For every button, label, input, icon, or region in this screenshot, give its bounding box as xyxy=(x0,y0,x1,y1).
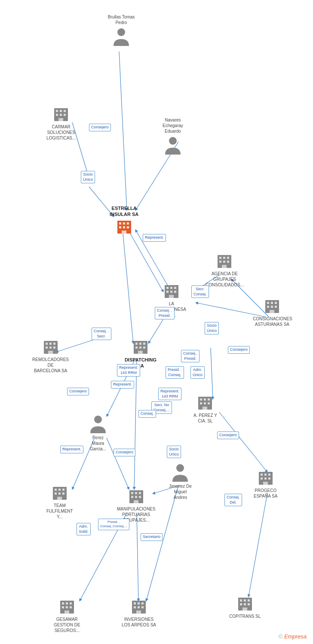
svg-rect-36 xyxy=(127,222,129,225)
building-icon xyxy=(197,395,213,411)
carmar-label: CARMARSOLUCIONESLOGISTICAS... xyxy=(46,124,76,141)
badge-consejero-2[interactable]: Consejero xyxy=(228,346,250,354)
svg-rect-48 xyxy=(222,265,227,268)
badge-consejero-4[interactable]: Consejero xyxy=(114,449,135,456)
badge-represent-143-1[interactable]: Represent.143 RRM xyxy=(117,364,140,377)
svg-line-21 xyxy=(249,493,267,597)
svg-rect-69 xyxy=(46,346,48,349)
svg-rect-83 xyxy=(204,398,206,401)
svg-rect-78 xyxy=(139,346,141,349)
svg-line-17 xyxy=(107,438,129,489)
svg-rect-32 xyxy=(58,118,63,121)
svg-rect-43 xyxy=(223,257,225,259)
svg-line-5 xyxy=(123,230,133,343)
node-agencia: AGENCIA DEGRUPAJESCONSOLIDADOS... xyxy=(206,253,244,288)
svg-rect-110 xyxy=(62,489,64,491)
node-navares: NavaresEchegarayEduardo xyxy=(163,116,183,155)
badge-presid-consej-consej[interactable]: Presid. .Consej..Consej.... xyxy=(98,519,129,530)
svg-rect-37 xyxy=(119,226,121,228)
svg-rect-103 xyxy=(261,477,263,480)
svg-rect-76 xyxy=(143,343,145,345)
badge-secr-consej[interactable]: Secr.Consej. xyxy=(191,286,209,298)
svg-rect-113 xyxy=(62,492,64,495)
node-remolcadores: REMOLCADORESDEBARCELONA SA xyxy=(32,339,69,374)
badge-consej-3[interactable]: Consej. xyxy=(138,410,156,418)
building-icon xyxy=(132,339,149,355)
svg-rect-98 xyxy=(134,500,138,503)
badge-consej-secr[interactable]: Consej. .Secr. xyxy=(92,328,111,340)
badge-consej-del[interactable]: Consej.Del. xyxy=(224,494,242,506)
svg-rect-35 xyxy=(123,222,125,225)
svg-rect-64 xyxy=(169,295,174,298)
svg-rect-124 xyxy=(134,602,136,605)
node-brullas: Brullas Tomas Pedro xyxy=(102,13,141,46)
navares-label: NavaresEchegarayEduardo xyxy=(163,117,183,134)
svg-rect-133 xyxy=(244,599,246,601)
svg-rect-120 xyxy=(66,606,68,608)
aperez-label: A. PEREZ YCIA. SL xyxy=(193,413,217,424)
person-icon xyxy=(164,136,181,155)
svg-point-23 xyxy=(117,28,125,36)
svg-rect-102 xyxy=(268,474,270,476)
svg-rect-122 xyxy=(64,611,69,614)
svg-rect-66 xyxy=(46,343,48,345)
svg-rect-126 xyxy=(141,602,144,605)
svg-rect-94 xyxy=(139,492,141,494)
badge-adm-unico[interactable]: Adm.Único xyxy=(190,366,205,379)
svg-rect-121 xyxy=(70,606,72,608)
svg-rect-42 xyxy=(219,257,221,259)
svg-rect-117 xyxy=(66,602,68,605)
person-icon xyxy=(89,414,107,434)
badge-consejero-5[interactable]: Consejero xyxy=(217,431,239,439)
svg-rect-38 xyxy=(123,226,125,228)
svg-rect-129 xyxy=(141,606,144,608)
brullas-label: Brullas Tomas Pedro xyxy=(102,14,141,25)
person-icon xyxy=(172,463,189,482)
svg-rect-46 xyxy=(223,261,225,263)
badge-represent-3[interactable]: Represent. xyxy=(60,446,83,453)
svg-rect-132 xyxy=(240,599,242,601)
svg-rect-84 xyxy=(208,398,210,401)
svg-rect-52 xyxy=(275,302,277,304)
svg-line-20 xyxy=(137,513,138,601)
badge-secretario[interactable]: Secretario xyxy=(141,533,163,541)
svg-rect-61 xyxy=(166,291,169,293)
badge-socio-unico-1[interactable]: SocioÚnico xyxy=(81,171,95,183)
badge-presid-consej[interactable]: Presid. .Consej. xyxy=(166,366,184,379)
svg-rect-75 xyxy=(139,343,141,345)
badge-consej-presid-2[interactable]: Consej..Presid. xyxy=(181,350,199,362)
svg-rect-96 xyxy=(135,496,137,498)
badge-socio-unico-3[interactable]: SocioÚnico xyxy=(167,446,181,458)
node-jimenez: Jimenez DeMiguelAndres xyxy=(169,463,192,500)
badge-consejero-3[interactable]: Consejero xyxy=(67,388,89,395)
svg-rect-40 xyxy=(122,231,126,234)
agencia-label: AGENCIA DEGRUPAJESCONSOLIDADOS... xyxy=(206,271,244,288)
badge-socio-unico-2[interactable]: SocioÚnico xyxy=(205,322,219,334)
svg-rect-100 xyxy=(261,474,263,476)
svg-rect-45 xyxy=(219,261,221,263)
badge-represent-2[interactable]: Represent. xyxy=(111,381,134,389)
svg-rect-58 xyxy=(166,287,169,289)
svg-rect-62 xyxy=(170,291,172,293)
badge-consejero-1[interactable]: Consejero xyxy=(89,124,111,131)
badge-adm-solid[interactable]: Adm.Solid. xyxy=(77,523,91,535)
svg-point-24 xyxy=(169,137,177,145)
svg-rect-134 xyxy=(248,599,250,601)
badge-represent-1[interactable]: Represent. xyxy=(143,234,166,242)
svg-rect-68 xyxy=(53,343,55,345)
svg-rect-86 xyxy=(204,402,206,404)
badge-consej-presid-1[interactable]: Consej. .Presid. xyxy=(155,307,175,319)
building-icon xyxy=(59,599,75,615)
svg-rect-128 xyxy=(138,606,140,608)
svg-rect-34 xyxy=(119,222,121,225)
svg-rect-135 xyxy=(240,603,242,605)
svg-rect-82 xyxy=(200,398,202,401)
svg-rect-105 xyxy=(268,477,270,480)
progeco-label: PROGECOESPAÑA SA xyxy=(254,488,277,499)
svg-rect-87 xyxy=(208,402,210,404)
building-icon xyxy=(216,253,233,270)
node-teamfulfilment: TEAMFULFILMENTY... xyxy=(46,485,73,519)
svg-rect-95 xyxy=(131,496,133,498)
node-estrella: ESTRELLAINSULAR SA xyxy=(110,204,138,235)
badge-represent-143-2[interactable]: Represent.143 RRM xyxy=(158,388,181,400)
